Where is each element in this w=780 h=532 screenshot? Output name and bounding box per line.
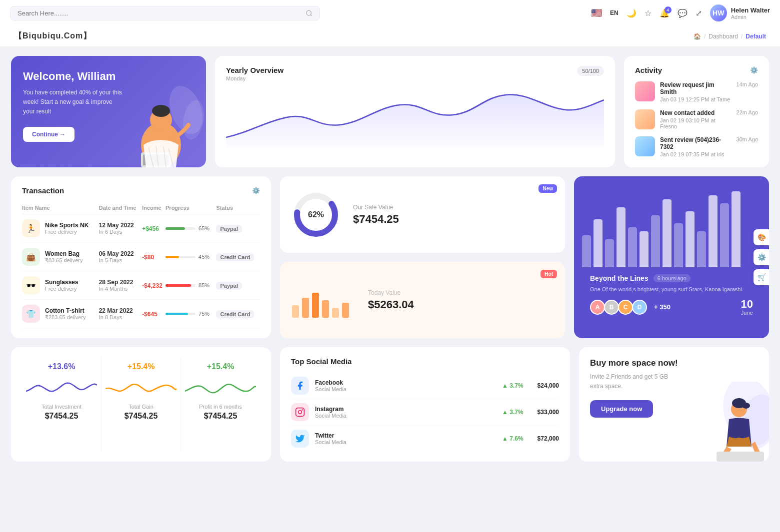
space-title: Buy more space now! bbox=[590, 358, 758, 368]
welcome-illustration bbox=[111, 80, 206, 167]
continue-button[interactable]: Continue → bbox=[23, 127, 74, 142]
instagram-pct: ▲ 3.7% bbox=[502, 409, 524, 416]
activity-item: Sent review (504)236-7302 Jan 02 19 07:3… bbox=[635, 136, 758, 157]
language-label[interactable]: EN bbox=[610, 9, 618, 16]
user-role: Admin bbox=[731, 14, 770, 20]
stat-value-2: $7454.25 bbox=[124, 412, 158, 421]
svg-rect-14 bbox=[322, 300, 329, 318]
user-info[interactable]: HW Helen Walter Admin bbox=[710, 4, 770, 21]
breadcrumb: 🏠 / Dashboard / Default bbox=[694, 33, 766, 40]
chat-icon[interactable]: 💬 bbox=[678, 8, 688, 18]
stat-label-3: Profit in 6 months bbox=[199, 404, 242, 410]
bar bbox=[662, 199, 672, 267]
plus-count: + 350 bbox=[654, 303, 670, 311]
stat-value-3: $7454.25 bbox=[204, 412, 238, 421]
breadcrumb-sep1: / bbox=[704, 33, 706, 40]
social-media-card: Top Social Media Facebook Social Media ▲… bbox=[280, 347, 570, 462]
instagram-info: Instagram Social Media bbox=[315, 406, 346, 419]
paint-icon[interactable]: 🎨 bbox=[754, 229, 769, 245]
twitter-icon bbox=[291, 430, 309, 448]
sparkline-1 bbox=[26, 376, 97, 399]
search-icon bbox=[306, 9, 312, 17]
twitter-pct: ▲ 7.6% bbox=[502, 435, 524, 442]
stat-pct-1: +13.6% bbox=[48, 362, 76, 371]
activity-content-3: Sent review (504)236-7302 Jan 02 19 07:3… bbox=[660, 136, 732, 157]
notification-badge: 4 bbox=[664, 6, 672, 13]
social-row-ig: Instagram Social Media ▲ 3.7% $33,000 bbox=[291, 399, 559, 426]
transaction-title: Transaction bbox=[22, 186, 64, 195]
space-illustration bbox=[679, 382, 769, 462]
yearly-overview-card: Yearly Overview Monday 50/100 bbox=[215, 56, 615, 167]
facebook-amount: $24,000 bbox=[538, 382, 559, 389]
col-status: Status bbox=[216, 202, 260, 214]
yearly-chart bbox=[226, 87, 604, 149]
breadcrumb-sep2: / bbox=[741, 33, 742, 40]
activity-name-3: Sent review (504)236-7302 bbox=[660, 136, 732, 150]
svg-point-18 bbox=[298, 411, 302, 414]
svg-rect-12 bbox=[302, 298, 309, 318]
mini-avatar-2: B bbox=[604, 300, 619, 315]
brand-logo: 【Biqubiqu.Com】 bbox=[14, 31, 92, 41]
flag-icon: 🇺🇸 bbox=[591, 7, 602, 18]
stat-label-2: Total Gain bbox=[128, 404, 154, 410]
user-name: Helen Walter bbox=[731, 6, 770, 14]
activity-name-1: Review request jim Smith bbox=[660, 81, 732, 95]
activity-time-2: 22m Ago bbox=[736, 109, 758, 115]
expand-icon[interactable]: ⤢ bbox=[696, 8, 702, 18]
activity-time-1: 14m Ago bbox=[736, 81, 758, 87]
bar bbox=[582, 235, 591, 267]
theme-icon[interactable]: 🌙 bbox=[626, 8, 636, 18]
row3: +13.6% Total Investment $7454.25 +15.4% … bbox=[11, 347, 769, 462]
sale-value: $7454.25 bbox=[353, 213, 399, 226]
search-bar bbox=[10, 6, 320, 20]
bar-chart-inner bbox=[582, 187, 761, 267]
date-month: June bbox=[741, 310, 753, 316]
activity-detail-2: Jan 02 19 03:10 PM at Fresno bbox=[660, 117, 732, 129]
svg-point-24 bbox=[742, 403, 750, 409]
table-row: 🏃 Nike Sports NK Free delivery 12 May 20… bbox=[22, 214, 260, 243]
right-icons: 🎨 ⚙️ 🛒 bbox=[754, 229, 769, 285]
activity-name-2: New contact added bbox=[660, 109, 732, 116]
breadcrumb-path1[interactable]: Dashboard bbox=[708, 33, 738, 40]
activity-item: New contact added Jan 02 19 03:10 PM at … bbox=[635, 109, 758, 129]
new-badge: New bbox=[538, 184, 557, 193]
upgrade-button[interactable]: Upgrade now bbox=[590, 400, 653, 418]
top-nav: 🇺🇸 EN 🌙 ☆ 🔔4 💬 ⤢ HW Helen Walter Admin bbox=[0, 0, 780, 26]
facebook-type: Social Media bbox=[315, 386, 346, 392]
activity-settings-icon[interactable]: ⚙️ bbox=[750, 66, 758, 74]
mini-stat-3: +15.4% Profit in 6 months $7454.25 bbox=[180, 357, 260, 452]
social-row-tw: Twitter Social Media ▲ 7.6% $72,000 bbox=[291, 426, 559, 452]
col-progress: Progress bbox=[166, 202, 216, 214]
space-card: Buy more space now! Invite 2 Friends and… bbox=[579, 347, 769, 462]
hot-badge: Hot bbox=[540, 270, 557, 278]
yearly-header: Yearly Overview Monday 50/100 bbox=[226, 66, 604, 81]
bar bbox=[628, 227, 637, 267]
bar bbox=[674, 223, 683, 267]
star-icon[interactable]: ☆ bbox=[644, 8, 652, 18]
donut-chart: 62% bbox=[291, 190, 341, 240]
space-desc: Invite 2 Friends and get 5 GB extra spac… bbox=[590, 372, 680, 391]
bar bbox=[708, 195, 718, 267]
activity-content-1: Review request jim Smith Jan 03 19 12:25… bbox=[660, 81, 732, 102]
sale-info: Our Sale Value $7454.25 bbox=[353, 204, 399, 226]
cart-icon[interactable]: 🛒 bbox=[754, 269, 769, 285]
activity-detail-1: Jan 03 19 12:25 PM at Tame bbox=[660, 96, 732, 102]
stat-label-1: Total Investment bbox=[42, 404, 82, 410]
search-input[interactable] bbox=[18, 9, 302, 17]
mini-stats-card: +13.6% Total Investment $7454.25 +15.4% … bbox=[11, 347, 271, 462]
activity-item: Review request jim Smith Jan 03 19 12:25… bbox=[635, 81, 758, 102]
transaction-settings-icon[interactable]: ⚙️ bbox=[252, 187, 260, 194]
yearly-title-group: Yearly Overview Monday bbox=[226, 66, 284, 81]
social-title: Top Social Media bbox=[291, 357, 559, 366]
instagram-type: Social Media bbox=[315, 413, 346, 419]
transaction-card: Transaction ⚙️ Item Name Date and Time I… bbox=[11, 176, 271, 338]
mini-avatar-1: A bbox=[590, 300, 605, 315]
svg-rect-15 bbox=[332, 308, 339, 318]
today-subtitle: Today Value bbox=[368, 289, 414, 296]
today-bar-chart bbox=[291, 283, 356, 318]
home-icon[interactable]: 🏠 bbox=[694, 33, 701, 40]
settings-icon-right[interactable]: ⚙️ bbox=[754, 249, 769, 265]
notification-icon[interactable]: 🔔4 bbox=[660, 8, 670, 18]
twitter-amount: $72,000 bbox=[538, 435, 559, 442]
avatar-row: A B C D + 350 10 June bbox=[590, 299, 753, 316]
